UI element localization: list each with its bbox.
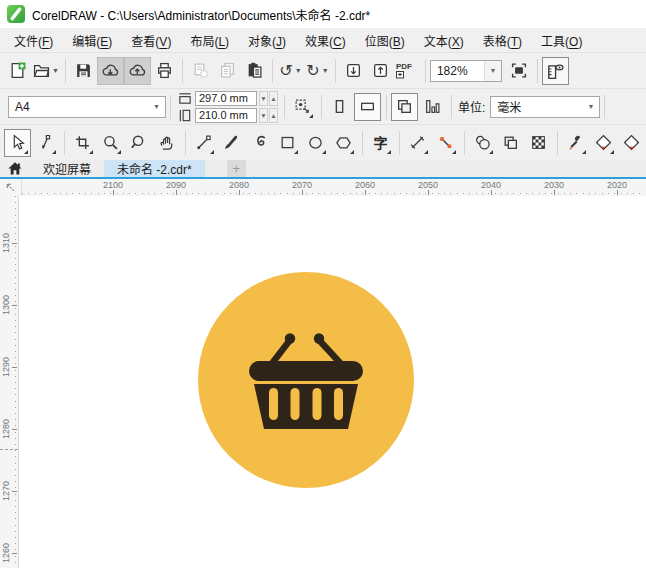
page-width-spinner[interactable]: ▼▲ bbox=[259, 91, 278, 106]
zoom-level-value[interactable]: 182% bbox=[431, 61, 484, 81]
vertical-ruler[interactable]: 131013001290128012701260 bbox=[0, 196, 19, 568]
menu-t[interactable]: 表格(T) bbox=[475, 28, 530, 53]
toolbox-separator bbox=[64, 131, 65, 155]
coreldraw-logo-icon bbox=[7, 5, 25, 23]
page-sorter-icon[interactable] bbox=[419, 93, 446, 121]
units-combo[interactable]: 毫米 ▼ bbox=[490, 96, 600, 118]
ruler-row: 210020902080207020602050204020302020 bbox=[0, 177, 646, 196]
propbar-separator bbox=[284, 95, 285, 119]
paste-icon[interactable] bbox=[241, 57, 268, 85]
connector-tool-icon[interactable] bbox=[432, 129, 459, 157]
pattern-fill-tool-icon[interactable] bbox=[525, 129, 552, 157]
all-pages-view-icon[interactable] bbox=[391, 93, 418, 121]
home-tab-button[interactable] bbox=[0, 160, 30, 177]
page-size-caret[interactable]: ▼ bbox=[148, 97, 165, 117]
hruler-major-tick bbox=[428, 190, 429, 195]
menu-v[interactable]: 查看(V) bbox=[123, 28, 179, 53]
menu-b[interactable]: 位图(B) bbox=[357, 28, 413, 53]
units-value[interactable]: 毫米 bbox=[491, 97, 582, 117]
toolbar-separator bbox=[182, 59, 183, 83]
redo-dropdown-caret[interactable]: ▼ bbox=[322, 67, 329, 74]
full-screen-preview-icon[interactable] bbox=[506, 57, 533, 85]
hruler-label: 2080 bbox=[229, 180, 249, 190]
transparency-tool-icon[interactable] bbox=[497, 129, 524, 157]
save-icon[interactable] bbox=[70, 57, 97, 85]
home-icon bbox=[7, 161, 23, 176]
import-icon[interactable] bbox=[340, 57, 367, 85]
bspline-tool-icon[interactable] bbox=[246, 129, 273, 157]
units-caret[interactable]: ▼ bbox=[582, 97, 599, 117]
menu-o[interactable]: 工具(O) bbox=[533, 28, 590, 53]
cut-icon bbox=[187, 57, 214, 85]
ellipse-tool-icon[interactable] bbox=[302, 129, 329, 157]
open-icon[interactable]: ▼ bbox=[31, 57, 61, 85]
drop-shadow-tool-icon[interactable] bbox=[469, 129, 496, 157]
tab-welcome-screen[interactable]: 欢迎屏幕 bbox=[30, 160, 104, 177]
ruler-origin-button[interactable] bbox=[0, 179, 22, 196]
new-tab-button[interactable]: + bbox=[227, 160, 246, 177]
freehand-tool-icon[interactable] bbox=[190, 129, 217, 157]
pick-tool-icon[interactable] bbox=[4, 129, 31, 157]
smart-fill-tool-icon[interactable] bbox=[618, 129, 645, 157]
nudge-distance-icon[interactable] bbox=[289, 93, 316, 121]
eyedropper-tool-icon[interactable] bbox=[562, 129, 589, 157]
new-document-icon[interactable] bbox=[4, 57, 31, 85]
artistic-media-tool-icon[interactable] bbox=[218, 129, 245, 157]
zoom-tool-icon[interactable] bbox=[97, 129, 124, 157]
menu-x[interactable]: 文本(X) bbox=[416, 28, 472, 53]
undo-dropdown-caret[interactable]: ▼ bbox=[295, 67, 302, 74]
property-bar: A4 ▼ 297.0 mm ▼▲ 210.0 mm ▼▲ bbox=[0, 88, 646, 124]
portrait-icon[interactable] bbox=[326, 93, 353, 121]
crop-tool-icon[interactable] bbox=[69, 129, 96, 157]
menu-f[interactable]: 文件(F) bbox=[6, 28, 61, 53]
cloud-download-icon[interactable] bbox=[97, 57, 124, 85]
text-tool-icon[interactable]: 字 bbox=[367, 129, 394, 157]
toolbar-separator bbox=[335, 59, 336, 83]
zoom-secondary-tool-icon[interactable] bbox=[125, 129, 152, 157]
menu-l[interactable]: 布局(L) bbox=[182, 28, 237, 53]
shape-tool-icon[interactable] bbox=[32, 129, 59, 157]
page-size-combo[interactable]: A4 ▼ bbox=[8, 96, 166, 118]
page-height-icon bbox=[177, 108, 193, 123]
publish-pdf-icon[interactable]: PDF bbox=[394, 57, 421, 85]
menu-e[interactable]: 编辑(E) bbox=[64, 28, 120, 53]
tab-document[interactable]: 未命名 -2.cdr* bbox=[104, 160, 205, 177]
print-icon[interactable] bbox=[151, 57, 178, 85]
zoom-combo-caret[interactable]: ▼ bbox=[484, 61, 501, 81]
menu-j[interactable]: 对象(J) bbox=[240, 28, 294, 53]
cloud-upload-icon[interactable] bbox=[124, 57, 151, 85]
show-rulers-icon[interactable] bbox=[542, 57, 569, 85]
horizontal-ruler[interactable]: 210020902080207020602050204020302020 bbox=[22, 179, 646, 196]
vruler-label: 1260 bbox=[1, 543, 11, 563]
hruler-major-tick bbox=[617, 190, 618, 195]
toolbar-separator bbox=[537, 59, 538, 83]
rectangle-tool-icon[interactable] bbox=[274, 129, 301, 157]
standard-toolbar: ▼ ↺▼ ↻▼ bbox=[0, 52, 646, 88]
page-height-spinner[interactable]: ▼▲ bbox=[259, 108, 278, 123]
polygon-tool-icon[interactable] bbox=[330, 129, 357, 157]
hruler-major-tick bbox=[365, 190, 366, 195]
basket-artwork[interactable] bbox=[19, 196, 646, 568]
dimension-tool-icon[interactable] bbox=[404, 129, 431, 157]
page-height-field[interactable]: 210.0 mm bbox=[195, 108, 257, 123]
vruler-major-tick bbox=[12, 429, 17, 430]
hruler-label: 2060 bbox=[355, 180, 375, 190]
page-width-icon bbox=[177, 91, 193, 106]
pan-tool-icon[interactable] bbox=[153, 129, 180, 157]
undo-icon[interactable]: ↺▼ bbox=[277, 57, 304, 85]
toolbox-separator bbox=[399, 131, 400, 155]
hruler-label: 2100 bbox=[103, 180, 123, 190]
page-width-field[interactable]: 297.0 mm bbox=[195, 91, 257, 106]
interactive-fill-tool-icon[interactable] bbox=[590, 129, 617, 157]
drawing-canvas[interactable] bbox=[19, 196, 646, 568]
page-size-value[interactable]: A4 bbox=[9, 97, 148, 117]
propbar-separator bbox=[321, 95, 322, 119]
menu-c[interactable]: 效果(C) bbox=[297, 28, 354, 53]
propbar-separator bbox=[386, 95, 387, 119]
zoom-level-combo[interactable]: 182% ▼ bbox=[430, 60, 502, 82]
open-dropdown-caret[interactable]: ▼ bbox=[52, 67, 59, 74]
landscape-icon[interactable] bbox=[354, 93, 381, 121]
hruler-label: 2070 bbox=[292, 180, 312, 190]
redo-icon[interactable]: ↻▼ bbox=[304, 57, 331, 85]
export-icon[interactable] bbox=[367, 57, 394, 85]
